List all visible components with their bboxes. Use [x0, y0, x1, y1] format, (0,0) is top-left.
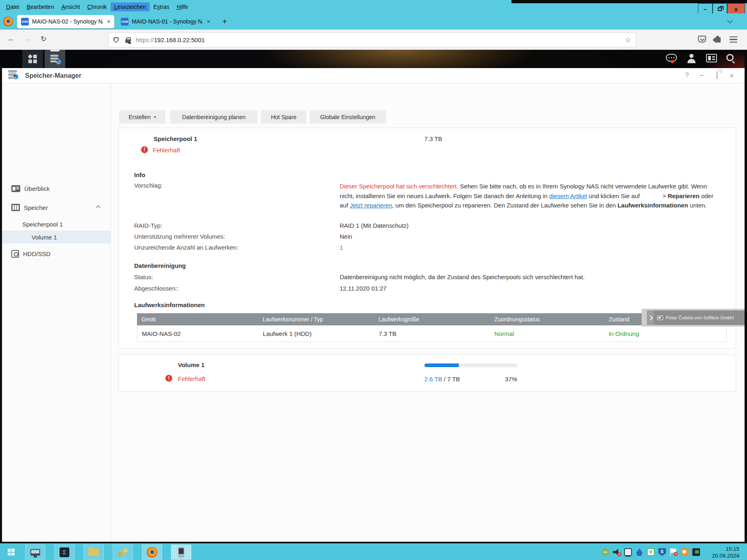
menu-hilfe[interactable]: Hilfe — [173, 2, 192, 11]
tracking-shield-icon[interactable] — [113, 37, 119, 43]
forward-button[interactable]: → — [24, 34, 31, 43]
schedule-data-scrubbing-button[interactable]: Datenbereinigung planen — [170, 110, 257, 124]
menu-datei[interactable]: Datei — [2, 2, 23, 11]
browser-tabbar: DSM MAIO-NAS-02 - Synology NAS × DSM MAI… — [0, 13, 747, 30]
pen-tray-icon[interactable] — [636, 548, 643, 556]
taskbar-item-desktop-app[interactable] — [25, 545, 45, 560]
remote-session-overlay: Petar Čubela von Softbox GmbH — [647, 310, 746, 325]
taskbar-clock[interactable]: 15:15 20.09.2024 — [705, 545, 739, 559]
app-minimize-button[interactable]: – — [697, 72, 706, 79]
create-button[interactable]: Erstellen▾ — [119, 110, 165, 124]
app-help-button[interactable]: ? — [683, 72, 691, 79]
taskbar-item-pen-app[interactable] — [113, 545, 133, 560]
cell-drive-size: 7.3 TB — [374, 330, 490, 337]
new-tab-button[interactable]: + — [216, 17, 233, 26]
back-button[interactable]: ← — [7, 34, 15, 43]
collapse-chevron-icon[interactable] — [647, 310, 654, 325]
dsm-widgets-icon[interactable] — [706, 54, 717, 62]
hot-spare-button[interactable]: Hot Spare — [261, 110, 306, 124]
app-menu-hamburger-icon[interactable] — [730, 36, 737, 44]
pool-size: 7.3 TB — [424, 135, 442, 142]
cell-health-status: In Ordnung — [604, 330, 726, 337]
taskbar-item-device-app[interactable] — [171, 545, 191, 560]
notification-badge — [671, 60, 674, 63]
url-text[interactable]: https://192.168.0.22:5001 — [136, 36, 205, 43]
menu-extras[interactable]: Extras — [150, 2, 173, 11]
volume-panel: Volume 1 ! Fehlerhaft 2.6 TB / 7 TB 37% — [118, 355, 736, 391]
dsm-user-icon[interactable] — [687, 54, 697, 64]
scrub-status-label: Status: — [134, 274, 153, 280]
error-badge-icon: ! — [165, 375, 172, 382]
repair-now-link[interactable]: Jetzt reparieren — [350, 202, 392, 209]
sidebar-item-ueberblick[interactable]: Überblick — [0, 181, 111, 196]
network-tray-icon[interactable] — [624, 548, 632, 556]
menu-lesezeichen[interactable]: Lesezeichen — [111, 2, 150, 11]
col-laufwerksgroesse[interactable]: Laufwerksgröße — [374, 316, 490, 323]
sidebar-item-volume-1-selected[interactable]: Volume 1 — [0, 231, 111, 244]
tab-maio-nas-02[interactable]: DSM MAIO-NAS-02 - Synology NAS × — [17, 15, 114, 28]
dropdown-caret-icon: ▾ — [154, 115, 156, 119]
app-restore-button[interactable] — [713, 72, 721, 79]
shield-tray-icon[interactable]: S — [658, 548, 666, 556]
col-zuordnungsstatus[interactable]: Zuordnungsstatus — [490, 316, 604, 323]
dsm-main-menu-button[interactable] — [22, 50, 43, 68]
tab-close-icon[interactable]: × — [107, 18, 110, 25]
sigma-app-icon: Σ — [60, 547, 69, 557]
chevron-up-icon[interactable] — [96, 205, 100, 209]
scrub-finished-label: Abgeschlossen:: — [134, 285, 179, 292]
reload-button[interactable]: ↻ — [41, 34, 47, 43]
lock-warning-icon[interactable] — [125, 39, 130, 43]
restore-icon — [717, 71, 717, 79]
volume-usage-bar — [424, 363, 518, 367]
menu-ansicht[interactable]: Ansicht — [58, 2, 83, 11]
firefox-icon[interactable] — [3, 17, 13, 26]
dsm-notifications-icon[interactable] — [666, 54, 677, 62]
main-menu-grid-icon — [28, 55, 37, 63]
storage-manager-app-icon — [8, 70, 17, 80]
start-button[interactable] — [0, 544, 22, 560]
v-tray-icon[interactable]: V — [647, 548, 655, 556]
dsm-storage-manager-taskbar-button[interactable] — [45, 50, 65, 68]
list-all-tabs-chevron-icon[interactable] — [728, 19, 732, 23]
taskbar-item-firefox[interactable] — [142, 545, 162, 560]
sidebar-item-hdd-ssd[interactable]: HDD/SSD — [0, 246, 111, 261]
menu-chronik[interactable]: Chronik — [83, 2, 110, 11]
sidebar-item-label: HDD/SSD — [23, 250, 51, 257]
taskbar-item-file-explorer[interactable] — [83, 545, 104, 560]
col-geraet[interactable]: Gerät — [137, 316, 258, 323]
windows-taskbar: Σ sbx x V S x 15:15 20.09.2024 — [0, 543, 747, 560]
sidebar-item-label: Überblick — [24, 185, 50, 192]
app-title: Speicher-Manager — [25, 72, 81, 79]
display-tray-icon[interactable] — [692, 548, 700, 556]
clock-date: 20.09.2024 — [705, 552, 739, 559]
sidebar-item-speicher[interactable]: Speicher — [0, 200, 111, 215]
extensions-puzzle-icon[interactable] — [715, 37, 721, 43]
global-settings-button[interactable]: Globale Einstellungen — [310, 110, 386, 124]
cell-drive-number: Laufwerk 1 (HDD) — [259, 330, 375, 337]
raid-type-label: RAID-Typ: — [134, 222, 162, 229]
url-bar[interactable]: https://192.168.0.22:5001 ☆ — [109, 33, 636, 47]
dsm-search-icon[interactable] — [726, 54, 734, 61]
menu-bearbeiten[interactable]: Bearbeiten — [23, 2, 58, 11]
sidebar-item-speicherpool-1[interactable]: Speicherpool 1 — [0, 218, 111, 230]
action-center-flag-icon[interactable]: x — [670, 548, 677, 556]
system-tray: sbx x V S x — [601, 544, 700, 560]
softbox-tray-icon[interactable]: sbx — [601, 548, 609, 556]
pocket-icon[interactable] — [698, 36, 706, 43]
article-link[interactable]: diesem Artikel — [549, 192, 587, 199]
tab-label: MAIO-NAS-02 - Synology NAS — [32, 18, 103, 25]
cell-device: MAIO-NAS-02 — [137, 330, 259, 337]
volume-muted-icon[interactable]: x — [613, 548, 621, 556]
java-tray-icon[interactable] — [681, 548, 689, 556]
col-laufwerksnummer[interactable]: Laufwerksnummer / Typ — [258, 316, 374, 323]
tab-close-icon[interactable]: × — [207, 18, 210, 25]
drive-table-row[interactable]: MAIO-NAS-02 Laufwerk 1 (HDD) 7.3 TB Norm… — [137, 325, 727, 342]
sidebar-item-label: Volume 1 — [32, 234, 57, 241]
tab-maio-nas-01[interactable]: DSM MAIO-NAS-01 - Synology NAS × — [117, 15, 214, 28]
taskbar-item-sigma-app[interactable]: Σ — [54, 545, 75, 560]
restore-icon — [718, 7, 722, 11]
scrub-status-value: Datenbereinigung nicht möglich, da der Z… — [340, 274, 585, 280]
sidebar-item-label: Speicherpool 1 — [22, 221, 63, 228]
bookmark-star-icon[interactable]: ☆ — [625, 36, 631, 44]
app-close-button[interactable]: × — [727, 72, 736, 80]
